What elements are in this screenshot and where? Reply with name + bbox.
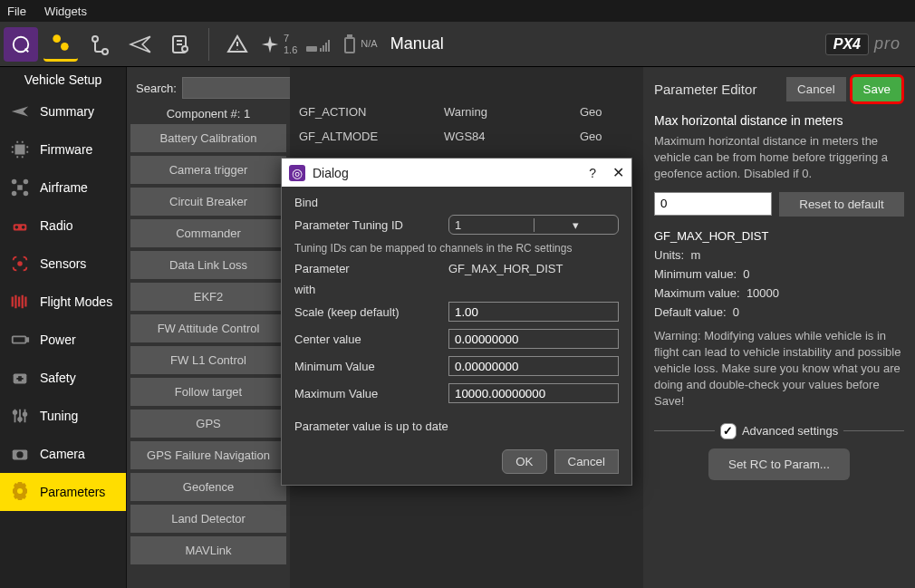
sidebar-item-tuning[interactable]: Tuning bbox=[0, 397, 126, 435]
sliders-icon bbox=[9, 405, 31, 427]
drone-icon bbox=[9, 177, 31, 198]
setup-gears-icon[interactable] bbox=[43, 27, 78, 62]
sidebar-item-safety[interactable]: Safety bbox=[0, 359, 126, 397]
svg-point-2 bbox=[61, 43, 69, 51]
group-button[interactable]: Camera trigger bbox=[130, 156, 286, 184]
group-button[interactable]: Commander bbox=[130, 219, 286, 247]
search-label: Search: bbox=[136, 82, 177, 95]
plane-icon bbox=[9, 101, 31, 122]
editor-save-button[interactable]: Save bbox=[850, 74, 904, 104]
menubar: File Widgets bbox=[0, 0, 915, 22]
group-button[interactable]: FW Attitude Control bbox=[130, 314, 286, 342]
dialog-icon: ◎ bbox=[289, 165, 305, 181]
tuning-id-label: Parameter Tuning ID bbox=[294, 218, 448, 232]
dialog-with-label: with bbox=[294, 283, 619, 296]
min-input[interactable] bbox=[448, 356, 619, 376]
battery-icon bbox=[9, 329, 31, 351]
group-button[interactable]: MAVLink bbox=[130, 536, 286, 564]
brand-logo: PX4 pro bbox=[825, 34, 911, 55]
dialog-close-icon[interactable]: ✕ bbox=[612, 164, 624, 181]
rc-signal-icon[interactable] bbox=[303, 27, 337, 62]
svg-point-29 bbox=[14, 411, 17, 415]
group-button[interactable]: GPS Failure Navigation bbox=[130, 441, 286, 469]
rc-param-dialog: ◎ Dialog ? ✕ Bind Parameter Tuning ID 1 … bbox=[281, 158, 632, 486]
center-input[interactable] bbox=[448, 329, 619, 349]
chip-icon bbox=[9, 139, 31, 160]
param-row[interactable]: GF_ACTION Warning Geo bbox=[290, 100, 643, 124]
menu-file[interactable]: File bbox=[7, 5, 26, 18]
svg-rect-28 bbox=[16, 378, 23, 380]
medkit-icon bbox=[9, 367, 31, 389]
radio-icon bbox=[9, 215, 31, 236]
dialog-param-value: GF_MAX_HOR_DIST bbox=[448, 262, 563, 275]
max-input[interactable] bbox=[448, 383, 619, 403]
svg-rect-14 bbox=[15, 145, 25, 155]
group-button[interactable]: GPS bbox=[130, 410, 286, 438]
tuning-note: Tuning IDs can be mapped to channels in … bbox=[294, 242, 619, 255]
dialog-titlebar: ◎ Dialog ? ✕ bbox=[282, 159, 631, 187]
param-heading: Max horizontal distance in meters bbox=[654, 113, 904, 128]
sidebar-item-sensors[interactable]: Sensors bbox=[0, 245, 126, 283]
groups-column: Search: Clear Component #: 1 Battery Cal… bbox=[127, 67, 290, 588]
group-button[interactable]: FW L1 Control bbox=[130, 346, 286, 374]
group-button[interactable]: Battery Calibration bbox=[130, 124, 286, 152]
qgc-logo-icon[interactable] bbox=[4, 27, 38, 62]
svg-point-21 bbox=[15, 226, 19, 229]
search-input[interactable] bbox=[182, 77, 291, 99]
battery-indicator[interactable]: N/A bbox=[342, 34, 377, 54]
param-row[interactable]: GF_ALTMODE WGS84 Geo bbox=[290, 124, 643, 149]
svg-point-23 bbox=[18, 262, 22, 265]
group-button[interactable]: EKF2 bbox=[130, 283, 286, 311]
group-button[interactable]: Follow target bbox=[130, 378, 286, 406]
svg-point-17 bbox=[12, 191, 17, 197]
svg-point-1 bbox=[53, 34, 61, 43]
gps-indicator[interactable]: 71.6 bbox=[260, 33, 297, 54]
menu-widgets[interactable]: Widgets bbox=[44, 5, 87, 18]
fly-plane-icon[interactable] bbox=[123, 27, 158, 62]
svg-rect-7 bbox=[306, 46, 317, 52]
warning-triangle-icon[interactable] bbox=[220, 27, 255, 62]
dialog-status: Parameter value is up to date bbox=[294, 419, 619, 433]
sidebar-item-power[interactable]: Power bbox=[0, 321, 126, 359]
group-button[interactable]: Land Detector bbox=[130, 505, 286, 533]
dialog-help-icon[interactable]: ? bbox=[589, 166, 596, 180]
param-value-input[interactable] bbox=[654, 192, 772, 216]
analyze-icon[interactable] bbox=[163, 27, 197, 62]
svg-rect-25 bbox=[26, 338, 28, 342]
sidebar-item-summary[interactable]: Summary bbox=[0, 92, 126, 130]
camera-icon bbox=[9, 443, 31, 465]
editor-cancel-button[interactable]: Cancel bbox=[786, 77, 846, 101]
sidebar-item-parameters[interactable]: Parameters bbox=[0, 473, 126, 511]
dialog-title: Dialog bbox=[313, 166, 349, 180]
svg-point-15 bbox=[12, 179, 17, 185]
dialog-ok-button[interactable]: OK bbox=[502, 449, 546, 474]
tuning-id-combo[interactable]: 1 ▾ bbox=[448, 215, 619, 235]
plan-waypoint-icon[interactable] bbox=[83, 27, 118, 62]
advanced-settings-label: Advanced settings bbox=[742, 424, 838, 438]
flight-mode-selector[interactable]: Manual bbox=[390, 34, 444, 53]
sidebar-item-camera[interactable]: Camera bbox=[0, 435, 126, 473]
svg-rect-12 bbox=[345, 38, 354, 53]
dialog-cancel-button[interactable]: Cancel bbox=[554, 449, 620, 474]
gears-icon bbox=[9, 481, 31, 503]
vehicle-setup-sidebar: Vehicle Setup Summary Firmware Airframe … bbox=[0, 67, 127, 588]
advanced-settings-checkbox[interactable]: ✓ bbox=[720, 423, 737, 439]
group-button[interactable]: Geofence bbox=[130, 473, 286, 501]
sidebar-item-airframe[interactable]: Airframe bbox=[0, 169, 126, 207]
dialog-param-label: Parameter bbox=[294, 262, 448, 275]
svg-point-16 bbox=[24, 179, 28, 185]
group-button[interactable]: Circuit Breaker bbox=[130, 188, 286, 216]
group-button[interactable]: Data Link Loss bbox=[130, 251, 286, 279]
sidebar-title: Vehicle Setup bbox=[0, 67, 126, 92]
sidebar-item-radio[interactable]: Radio bbox=[0, 207, 126, 245]
sidebar-item-firmware[interactable]: Firmware bbox=[0, 130, 126, 169]
svg-rect-19 bbox=[17, 185, 23, 190]
svg-point-18 bbox=[24, 191, 28, 197]
reset-default-button[interactable]: Reset to default bbox=[779, 192, 904, 217]
svg-point-22 bbox=[22, 226, 25, 229]
sidebar-item-flight-modes[interactable]: Flight Modes bbox=[0, 283, 126, 321]
editor-title: Parameter Editor bbox=[654, 82, 783, 97]
scale-input[interactable] bbox=[448, 302, 619, 322]
set-rc-to-param-button[interactable]: Set RC to Param... bbox=[708, 448, 850, 480]
editor-warning: Warning: Modifying values while vehicle … bbox=[654, 328, 904, 410]
